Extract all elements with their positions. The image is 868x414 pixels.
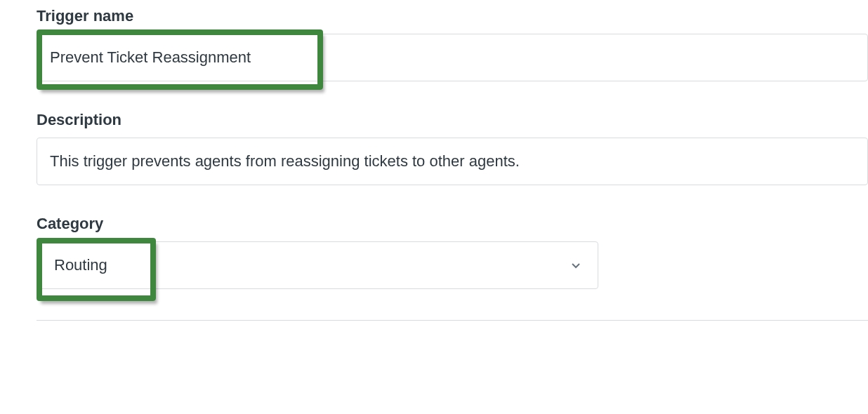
chevron-down-icon (570, 259, 582, 272)
bottom-divider (37, 320, 868, 321)
description-field-group: Description (37, 111, 868, 185)
category-select-value: Routing (54, 256, 107, 274)
category-select[interactable]: Routing (37, 241, 598, 289)
description-input-row (37, 138, 868, 185)
description-input[interactable] (37, 138, 868, 185)
trigger-name-field-group: Trigger name (37, 7, 868, 81)
trigger-name-label: Trigger name (37, 7, 868, 25)
category-field-group: Category Routing (37, 215, 868, 289)
trigger-name-input-row (37, 34, 868, 81)
category-label: Category (37, 215, 868, 233)
category-select-row: Routing (37, 241, 598, 289)
description-label: Description (37, 111, 868, 129)
trigger-name-input[interactable] (37, 34, 868, 81)
